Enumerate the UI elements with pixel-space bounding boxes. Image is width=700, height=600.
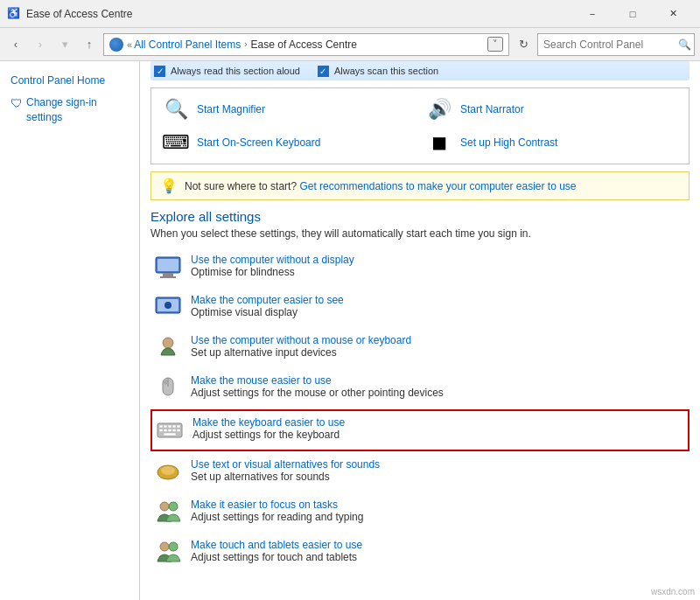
text-visual-desc: Set up alternatives for sounds <box>191 471 380 483</box>
no-display-desc: Optimise for blindness <box>191 266 354 278</box>
back-button[interactable]: ‹ <box>5 34 26 55</box>
easier-see-desc: Optimise visual display <box>191 306 344 318</box>
easier-mouse-icon <box>154 374 182 402</box>
close-button[interactable]: ✕ <box>653 0 693 28</box>
magnifier-icon: 🔍 <box>162 95 190 123</box>
focus-tasks-desc: Adjust settings for reading and typing <box>191 511 363 523</box>
partially-visible-section: ✓ Always read this section aloud ✓ Alway… <box>150 61 690 80</box>
svg-rect-3 <box>158 259 178 271</box>
svg-point-26 <box>169 502 178 511</box>
pv-checkbox-1[interactable]: ✓ <box>154 66 165 77</box>
touch-tablets-desc: Adjust settings for touch and tablets <box>191 551 362 563</box>
qa-osk-label: Start On-Screen Keyboard <box>197 136 320 149</box>
sidebar-link-change-signin[interactable]: Change sign-in settings <box>26 95 129 125</box>
text-visual-text: Use text or visual alternatives for soun… <box>191 458 380 483</box>
touch-tablets-link[interactable]: Make touch and tablets easier to use <box>191 539 362 551</box>
contrast-icon: ◼ <box>425 129 453 157</box>
addressbar: ‹ › ▾ ↑ « All Control Panel Items › Ease… <box>0 28 700 61</box>
forward-button[interactable]: › <box>30 34 51 55</box>
setting-easier-see[interactable]: Make the computer easier to see Optimise… <box>150 289 690 327</box>
pv-item-2: ✓ Always scan this section <box>318 66 438 77</box>
no-display-icon <box>154 254 182 282</box>
svg-rect-13 <box>164 425 167 428</box>
breadcrumb: « All Control Panel Items › Ease of Acce… <box>127 38 357 51</box>
easier-keyboard-link[interactable]: Make the keyboard easier to use <box>192 416 345 429</box>
qa-magnifier[interactable]: 🔍 Start Magnifier <box>162 95 415 123</box>
touch-tablets-icon <box>154 539 182 567</box>
settings-list: Use the computer without a display Optim… <box>150 248 690 572</box>
search-input[interactable] <box>543 38 675 51</box>
setting-no-mouse[interactable]: Use the computer without a mouse or keyb… <box>150 329 690 367</box>
svg-rect-17 <box>159 429 163 432</box>
svg-rect-15 <box>172 425 176 428</box>
no-mouse-text: Use the computer without a mouse or keyb… <box>191 334 411 359</box>
pv-checkbox-2[interactable]: ✓ <box>318 66 329 77</box>
setting-no-display[interactable]: Use the computer without a display Optim… <box>150 248 690 287</box>
breadcrumb-separator: « <box>127 39 132 50</box>
setting-easier-keyboard[interactable]: Make the keyboard easier to use Adjust s… <box>150 409 690 451</box>
up-button[interactable]: ↑ <box>79 34 100 55</box>
maximize-button[interactable]: □ <box>612 0 653 28</box>
easier-see-icon <box>154 294 182 322</box>
easier-keyboard-desc: Adjust settings for the keyboard <box>192 429 345 441</box>
qa-narrator-label: Start Narrator <box>460 103 524 115</box>
tip-link[interactable]: Get recommendations to make your compute… <box>299 180 576 192</box>
no-display-text: Use the computer without a display Optim… <box>191 254 354 278</box>
narrator-icon: 🔊 <box>425 95 453 123</box>
svg-rect-22 <box>164 433 176 436</box>
titlebar: ♿ Ease of Access Centre − □ ✕ <box>0 0 700 28</box>
pv-label-2: Always scan this section <box>334 66 438 76</box>
recent-button[interactable]: ▾ <box>54 34 75 55</box>
qa-osk[interactable]: ⌨ Start On-Screen Keyboard <box>162 129 415 157</box>
setting-focus-tasks[interactable]: Make it easier to focus on tasks Adjust … <box>150 493 690 532</box>
no-display-link[interactable]: Use the computer without a display <box>191 254 354 266</box>
content-area: ✓ Always read this section aloud ✓ Alway… <box>140 61 700 600</box>
sidebar: Control Panel Home 🛡 Change sign-in sett… <box>0 61 140 600</box>
focus-tasks-link[interactable]: Make it easier to focus on tasks <box>191 499 363 511</box>
quick-access-panel: 🔍 Start Magnifier 🔊 Start Narrator ⌨ Sta… <box>150 87 690 164</box>
svg-point-28 <box>169 542 178 551</box>
easier-keyboard-text: Make the keyboard easier to use Adjust s… <box>192 416 345 441</box>
setting-touch-tablets[interactable]: Make touch and tablets easier to use Adj… <box>150 534 690 572</box>
minimize-button[interactable]: − <box>572 0 612 28</box>
svg-point-27 <box>160 542 169 551</box>
easier-mouse-link[interactable]: Make the mouse easier to use <box>191 374 444 387</box>
svg-point-24 <box>161 466 175 475</box>
easier-mouse-desc: Adjust settings for the mouse or other p… <box>191 387 444 399</box>
address-dropdown-button[interactable]: ˅ <box>487 37 503 52</box>
search-box: 🔍 <box>537 33 695 56</box>
explore-section: Explore all settings When you select the… <box>140 204 700 572</box>
touch-tablets-text: Make touch and tablets easier to use Adj… <box>191 539 362 563</box>
sidebar-item-control-panel-home[interactable]: Control Panel Home <box>0 70 139 92</box>
quick-access-grid: 🔍 Start Magnifier 🔊 Start Narrator ⌨ Sta… <box>162 95 678 157</box>
titlebar-controls: − □ ✕ <box>572 0 693 28</box>
svg-rect-21 <box>177 429 180 432</box>
svg-rect-2 <box>160 276 176 278</box>
setting-easier-mouse[interactable]: Make the mouse easier to use Adjust sett… <box>150 369 690 408</box>
explore-desc: When you select these settings, they wil… <box>150 227 690 240</box>
no-mouse-link[interactable]: Use the computer without a mouse or keyb… <box>191 334 411 346</box>
search-icon: 🔍 <box>678 38 691 51</box>
text-visual-link[interactable]: Use text or visual alternatives for soun… <box>191 458 380 471</box>
qa-contrast[interactable]: ◼ Set up High Contrast <box>425 129 678 157</box>
address-box: « All Control Panel Items › Ease of Acce… <box>103 33 509 56</box>
tip-bar: 💡 Not sure where to start? Get recommend… <box>150 171 690 200</box>
tip-icon: 💡 <box>160 178 178 194</box>
breadcrumb-2: Ease of Access Centre <box>251 38 357 51</box>
breadcrumb-1[interactable]: All Control Panel Items <box>134 38 241 51</box>
svg-rect-16 <box>177 425 180 428</box>
osk-icon: ⌨ <box>162 129 190 157</box>
breadcrumb-arrow: › <box>244 39 247 49</box>
refresh-button[interactable]: ↻ <box>513 34 534 55</box>
svg-rect-18 <box>164 429 167 432</box>
qa-magnifier-label: Start Magnifier <box>197 103 265 115</box>
svg-rect-10 <box>164 380 167 385</box>
pv-label-1: Always read this section aloud <box>171 66 300 76</box>
setting-text-visual[interactable]: Use text or visual alternatives for soun… <box>150 453 690 492</box>
qa-narrator[interactable]: 🔊 Start Narrator <box>425 95 678 123</box>
easier-keyboard-icon <box>156 416 184 444</box>
titlebar-title: Ease of Access Centre <box>26 8 572 20</box>
main-layout: Control Panel Home 🛡 Change sign-in sett… <box>0 61 700 600</box>
sidebar-item-change-signin[interactable]: 🛡 Change sign-in settings <box>0 92 139 129</box>
easier-see-link[interactable]: Make the computer easier to see <box>191 294 344 306</box>
